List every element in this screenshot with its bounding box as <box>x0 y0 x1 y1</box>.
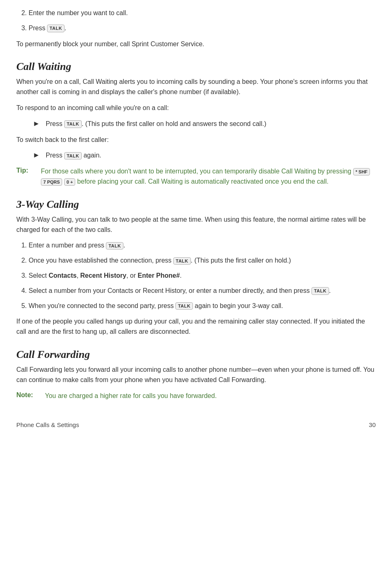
three-way-step-3: Select Contacts, Recent History, or Ente… <box>29 271 376 281</box>
tip-text: For those calls where you don't want to … <box>41 166 376 187</box>
three-way-closing: If one of the people you called hangs up… <box>16 317 376 337</box>
note-text: You are charged a higher rate for calls … <box>45 391 217 401</box>
call-waiting-switch-intro: To switch back to the first caller: <box>16 135 376 145</box>
zero-key: 0 + <box>64 178 76 186</box>
three-way-step-5: When you're connected to the second part… <box>29 301 376 311</box>
intro-item-1: Enter the number you want to call. <box>29 8 376 18</box>
three-way-calling-section: 3-Way Calling With 3-Way Calling, you ca… <box>16 198 376 337</box>
talk-button-step5: TALK <box>175 302 193 310</box>
seven-key: 7 PQRS <box>41 178 62 186</box>
talk-button-respond: TALK <box>64 120 82 128</box>
talk-button-switch: TALK <box>64 152 82 160</box>
call-waiting-switch-text: Press TALK again. <box>46 151 101 161</box>
call-forwarding-section: Call Forwarding Call Forwarding lets you… <box>16 348 376 401</box>
call-forwarding-description: Call Forwarding lets you forward all you… <box>16 365 376 385</box>
call-waiting-description: When you're on a call, Call Waiting aler… <box>16 77 376 97</box>
intro-list: Enter the number you want to call. Press… <box>29 8 376 34</box>
call-waiting-respond-intro: To respond to an incoming call while you… <box>16 103 376 113</box>
three-way-title: 3-Way Calling <box>16 198 376 211</box>
three-way-steps: Enter a number and press TALK. Once you … <box>29 241 376 311</box>
intro-item-2: Press TALK. <box>29 23 376 34</box>
three-way-step-2: Once you have established the connection… <box>29 256 376 266</box>
enter-phone-label: Enter Phone# <box>138 272 180 279</box>
talk-button-step4: TALK <box>311 287 329 294</box>
talk-button-step1: TALK <box>106 242 123 250</box>
tip-label: Tip: <box>16 167 41 174</box>
note-label: Note: <box>16 391 45 399</box>
talk-button-inline: TALK <box>47 25 65 32</box>
talk-button-step2: TALK <box>173 257 191 265</box>
call-waiting-tip: Tip: For those calls where you don't wan… <box>16 166 376 187</box>
block-number-text: To permanently block your number, call S… <box>16 39 376 49</box>
three-way-step-4: Select a number from your Contacts or Re… <box>29 286 376 296</box>
call-forwarding-title: Call Forwarding <box>16 348 376 361</box>
star-shift-key: * SHF <box>353 168 370 175</box>
contacts-label: Contacts <box>49 272 76 279</box>
three-way-description: With 3-Way Calling, you can talk to two … <box>16 215 376 235</box>
recent-history-label: Recent History <box>80 272 126 279</box>
footer-left: Phone Calls & Settings <box>16 421 79 428</box>
call-waiting-respond-bullet: ► Press TALK. (This puts the first calle… <box>33 119 376 129</box>
three-way-step-1: Enter a number and press TALK. <box>29 241 376 251</box>
call-forwarding-note: Note: You are charged a higher rate for … <box>16 391 376 401</box>
page-footer: Phone Calls & Settings 30 <box>16 417 376 428</box>
call-waiting-respond-text: Press TALK. (This puts the first caller … <box>46 119 267 129</box>
call-waiting-switch-bullet: ► Press TALK again. <box>33 151 376 161</box>
call-waiting-title: Call Waiting <box>16 61 376 73</box>
bullet-arrow-2: ► <box>33 151 40 160</box>
footer-right: 30 <box>369 421 376 428</box>
bullet-arrow-1: ► <box>33 119 40 128</box>
call-waiting-section: Call Waiting When you're on a call, Call… <box>16 61 376 187</box>
